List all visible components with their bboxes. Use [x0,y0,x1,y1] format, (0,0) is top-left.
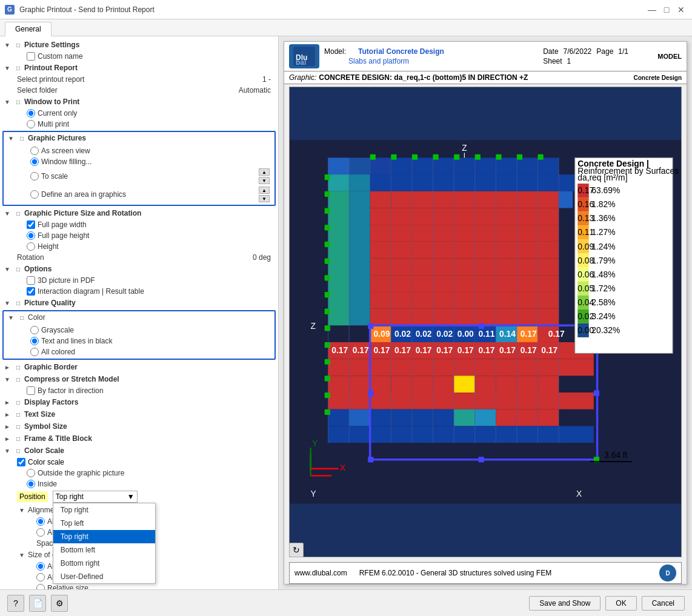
color-label: Color [28,313,45,322]
section-options[interactable]: ▼ □ Options [0,263,278,275]
auto-size-radio[interactable] [36,562,45,571]
svg-text:0.02: 0.02 [577,311,594,321]
area-down-button[interactable]: ▼ [259,195,270,202]
full-page-width-row: Full page width [0,219,278,230]
dropdown-item-bottom-left[interactable]: Bottom left [53,543,155,557]
svg-rect-34 [370,259,559,276]
maximize-button[interactable]: □ [660,4,673,16]
section-graphic-border[interactable]: ► □ Graphic Border [0,361,278,373]
svg-text:0.17: 0.17 [373,345,390,355]
position-select[interactable]: Top right ▼ [53,491,138,503]
section-printout-report[interactable]: ▼ □ Printout Report [0,62,278,74]
multi-print-radio[interactable] [27,120,35,128]
select-report-label: Select printout report [17,75,84,84]
refresh-button[interactable]: ↻ [289,543,304,557]
align-horizontal-radio[interactable] [36,517,45,526]
section-color[interactable]: ▼ □ Color [4,311,274,323]
outside-radio[interactable] [27,469,35,477]
svg-rect-73 [325,174,330,180]
interaction-checkbox[interactable] [27,287,35,296]
svg-rect-90 [412,154,418,160]
dropdown-item-bottom-right[interactable]: Bottom right [53,557,155,570]
rotation-row: Rotation 0 deg [0,252,278,263]
height-radio[interactable] [27,242,35,251]
svg-rect-16 [433,157,454,174]
section-symbol-size[interactable]: ► □ Symbol Size [0,420,278,432]
svg-rect-110 [368,323,373,329]
define-area-radio[interactable] [30,190,39,199]
svg-rect-84 [325,359,330,365]
by-factor-checkbox[interactable] [27,386,35,395]
svg-rect-28 [370,191,391,208]
section-text-size[interactable]: ► □ Text Size [0,408,278,420]
section-display-factors[interactable]: ► □ Display Factors [0,396,278,408]
all-colored-label: All colored [41,348,75,356]
dropdown-item-user-defined[interactable]: User-Defined [53,570,155,583]
inside-radio[interactable] [27,480,35,488]
as-screen-radio[interactable] [30,147,39,155]
section-picture-quality[interactable]: ▼ □ Picture Quality [0,297,278,309]
align-vertical-radio[interactable] [36,528,45,537]
window-filling-row: Window filling... [4,156,274,167]
sheet-key: Sheet [543,57,562,65]
expand-icon-9: ► [2,362,12,372]
close-button[interactable]: ✕ [675,4,687,16]
svg-rect-27 [349,191,370,325]
svg-rect-26 [328,191,349,325]
full-page-width-checkbox[interactable] [27,220,35,229]
collapse-icon-13: □ [13,422,23,431]
color-scale-label: Color Scale [24,446,64,455]
color-scale-check-row: Color scale [0,457,278,468]
preview-header-meta: Date 7/6/2022 Page 1/1 Sheet 1 [543,47,628,65]
section-frame-title[interactable]: ► □ Frame & Title Block [0,432,278,445]
all-colored-radio[interactable] [30,348,39,356]
section-graphic-pictures[interactable]: ▼ □ Graphic Pictures [4,132,274,144]
svg-rect-79 [325,275,330,280]
tab-general[interactable]: General [5,22,52,36]
ok-button[interactable]: OK [605,596,636,611]
relative-size-radio[interactable] [36,584,45,589]
custom-name-checkbox[interactable] [27,52,35,61]
page-key: Page [596,47,613,56]
save-show-button[interactable]: Save and Show [529,596,601,611]
to-scale-radio[interactable] [30,172,39,180]
current-only-radio[interactable] [27,109,35,118]
minimize-button[interactable]: — [646,4,658,16]
position-label: Position [17,491,48,502]
dropdown-item-top-left[interactable]: Top left [53,517,155,530]
right-panel: Dlu bal Model: Tutorial Concrete Design … [279,36,692,589]
grayscale-radio[interactable] [30,326,39,334]
expand-icon-4: ▼ [6,133,16,143]
dropdown-item-top-right-2[interactable]: Top right [53,530,155,543]
svg-text:1.72%: 1.72% [591,283,615,293]
position-dropdown-container: Top right ▼ Top right Top left Top right… [53,491,138,503]
tool-button-1[interactable]: 📄 [29,595,46,612]
scale-up-button[interactable]: ▲ [259,168,270,176]
svg-text:1.79%: 1.79% [591,256,615,265]
section-picture-settings[interactable]: ▼ □ Picture Settings [0,39,278,51]
absolute-size-radio[interactable] [36,573,45,581]
section-compress-stretch[interactable]: ▼ □ Compress or Stretch Model [0,373,278,385]
expand-icon-8: ▼ [6,313,16,322]
interaction-label: Interaction diagram | Result table [38,287,144,296]
section-size-rotation[interactable]: ▼ □ Graphic Picture Size and Rotation [0,207,278,219]
color-scale-checkbox[interactable] [17,458,25,466]
section-color-scale[interactable]: ▼ □ Color Scale [0,445,278,457]
position-row: Position Top right ▼ Top right Top left … [0,489,278,504]
tool-button-2[interactable]: ⚙ [51,595,68,612]
dropdown-item-top-right-1[interactable]: Top right [53,503,155,517]
svg-rect-30 [559,191,573,208]
area-up-button[interactable]: ▲ [259,187,270,194]
pdf-3d-checkbox[interactable] [27,276,35,285]
window-filling-radio[interactable] [30,157,39,166]
svg-rect-20 [517,157,538,174]
help-button[interactable]: ? [7,595,24,612]
preview-header-info: Model: Tutorial Concrete Design Slabs an… [324,47,538,65]
section-window-to-print[interactable]: ▼ □ Window to Print [0,96,278,108]
full-page-height-label: Full page height [38,231,89,240]
cancel-button[interactable]: Cancel [642,596,685,611]
interaction-row: Interaction diagram | Result table [0,286,278,297]
scale-down-button[interactable]: ▼ [259,177,270,184]
text-lines-black-radio[interactable] [30,337,39,345]
full-page-height-radio[interactable] [27,231,35,240]
